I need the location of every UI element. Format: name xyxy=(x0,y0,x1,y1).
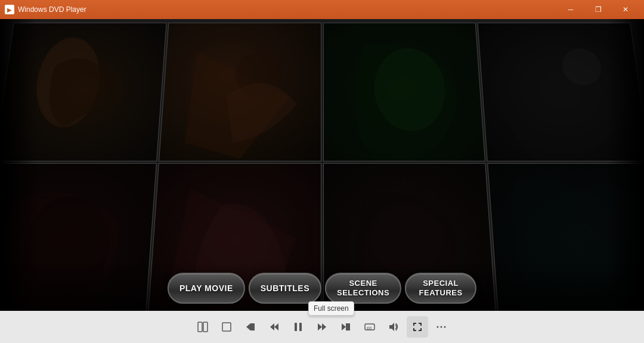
svg-rect-19 xyxy=(346,323,350,330)
fullscreen-button[interactable] xyxy=(407,316,428,338)
skip-forward-button[interactable] xyxy=(335,316,357,338)
captions-button[interactable]: CC xyxy=(359,316,380,338)
main-content: PLAY MOVIE SUBTItLeS SCENESELECTIONS SPE… xyxy=(0,19,644,311)
svg-rect-8 xyxy=(203,322,208,332)
volume-button[interactable] xyxy=(383,316,404,338)
svg-rect-14 xyxy=(295,323,297,331)
titlebar-title: Windows DVD Player xyxy=(18,5,86,14)
svg-marker-13 xyxy=(274,323,278,330)
svg-point-25 xyxy=(444,326,446,328)
svg-marker-16 xyxy=(318,323,322,330)
pause-button[interactable] xyxy=(287,316,309,338)
svg-text:CC: CC xyxy=(367,326,372,330)
panels-button[interactable] xyxy=(192,316,213,338)
svg-marker-18 xyxy=(342,323,346,330)
svg-rect-15 xyxy=(299,323,302,331)
skip-back-button[interactable] xyxy=(240,316,261,338)
titlebar: ▶ Windows DVD Player ─ ❐ ✕ xyxy=(0,0,644,19)
titlebar-controls: ─ ❐ ✕ xyxy=(557,0,639,19)
svg-marker-17 xyxy=(322,323,326,330)
special-features-button[interactable]: SPECIALFEATURES xyxy=(405,273,476,304)
svg-rect-11 xyxy=(250,323,255,330)
grid-cell-3 xyxy=(323,23,485,161)
svg-marker-12 xyxy=(270,323,274,330)
svg-marker-22 xyxy=(389,323,394,331)
svg-point-23 xyxy=(437,326,439,328)
fast-forward-button[interactable] xyxy=(311,316,333,338)
dvd-menu-background xyxy=(0,19,644,311)
controls-bar: Full screen CC xyxy=(0,311,644,343)
titlebar-left: ▶ Windows DVD Player xyxy=(5,5,86,14)
close-button[interactable]: ✕ xyxy=(612,0,639,19)
svg-rect-9 xyxy=(222,323,231,331)
rewind-button[interactable] xyxy=(264,316,285,338)
grid-cell-2 xyxy=(159,23,321,161)
app-icon: ▶ xyxy=(5,5,14,14)
maximize-button[interactable]: ❐ xyxy=(584,0,612,19)
svg-rect-7 xyxy=(198,322,202,332)
dvd-menu-buttons: PLAY MOVIE SUBTItLeS SCENESELECTIONS SPE… xyxy=(168,273,476,304)
svg-point-24 xyxy=(441,326,442,328)
scene-selections-button[interactable]: SCENESELECTIONS xyxy=(325,273,401,304)
minimize-button[interactable]: ─ xyxy=(557,0,584,19)
svg-marker-10 xyxy=(246,323,250,330)
play-movie-button[interactable]: PLAY MOVIE xyxy=(168,273,245,304)
stop-button[interactable] xyxy=(216,316,237,338)
subtitles-button[interactable]: SUBTItLeS xyxy=(249,273,321,304)
more-options-button[interactable] xyxy=(431,316,452,338)
